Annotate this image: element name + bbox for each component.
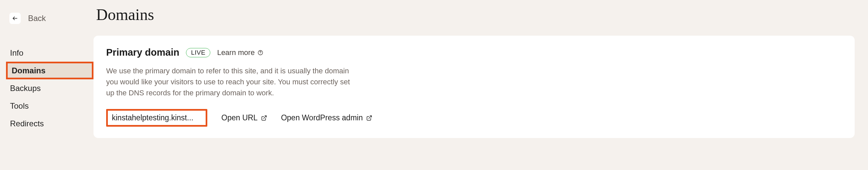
main-content: Domains Primary domain LIVE Learn more W…: [93, 0, 868, 170]
sidebar-item-redirects[interactable]: Redirects: [0, 115, 93, 132]
open-url-label: Open URL: [221, 113, 258, 122]
primary-domain-value[interactable]: kinstahelptesting.kinst...: [106, 109, 207, 127]
sidebar-item-info[interactable]: Info: [0, 44, 93, 62]
back-button[interactable]: Back: [0, 13, 93, 24]
external-link-icon: [366, 115, 372, 121]
learn-more-label: Learn more: [217, 48, 255, 57]
sidebar-item-label: Backups: [10, 84, 41, 93]
sidebar-item-label: Info: [10, 48, 23, 58]
svg-point-2: [260, 53, 260, 54]
open-wp-label: Open WordPress admin: [281, 113, 363, 122]
primary-domain-card: Primary domain LIVE Learn more We use th…: [93, 36, 855, 138]
sidebar-item-label: Tools: [10, 101, 29, 111]
back-label: Back: [28, 14, 46, 23]
card-title: Primary domain: [106, 47, 179, 58]
sidebar-item-tools[interactable]: Tools: [0, 97, 93, 115]
open-wp-admin-link[interactable]: Open WordPress admin: [281, 113, 372, 122]
card-header: Primary domain LIVE Learn more: [106, 47, 842, 58]
actions-row: kinstahelptesting.kinst... Open URL Open…: [106, 109, 842, 127]
learn-more-link[interactable]: Learn more: [217, 48, 264, 57]
sidebar-item-backups[interactable]: Backups: [0, 79, 93, 97]
sidebar: Back Info Domains Backups Tools Redirect…: [0, 0, 93, 170]
help-icon: [257, 50, 264, 56]
sidebar-item-label: Domains: [12, 66, 45, 75]
page-title: Domains: [96, 5, 855, 24]
sidebar-item-domains[interactable]: Domains: [6, 62, 93, 79]
svg-line-3: [264, 116, 266, 118]
status-badge: LIVE: [186, 48, 210, 57]
back-arrow-icon: [9, 13, 21, 24]
open-url-link[interactable]: Open URL: [221, 113, 267, 122]
svg-line-4: [369, 116, 371, 118]
card-description: We use the primary domain to refer to th…: [106, 65, 360, 98]
sidebar-item-label: Redirects: [10, 119, 44, 128]
external-link-icon: [261, 115, 267, 121]
